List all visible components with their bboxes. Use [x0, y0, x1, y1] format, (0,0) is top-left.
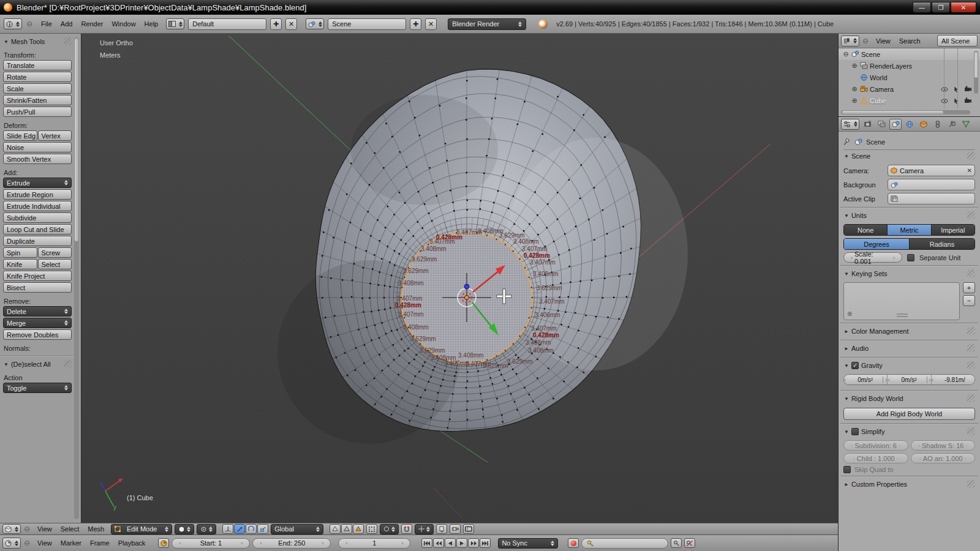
toolshelf-scrollbar[interactable]: [74, 37, 79, 519]
add-layout-button[interactable]: ✚: [270, 18, 282, 30]
panel-grip[interactable]: [64, 37, 72, 45]
expander-plus-icon[interactable]: ⊕: [851, 97, 858, 105]
frame-start-field[interactable]: ‹Start: 1›: [172, 538, 250, 549]
tool-push-pull[interactable]: Push/Pull: [3, 107, 72, 117]
degrees-button[interactable]: Degrees: [844, 239, 910, 249]
transform-orientation-select[interactable]: Global: [271, 524, 323, 534]
editor-type-button-3dview[interactable]: [2, 524, 21, 534]
outliner-row-world[interactable]: World: [839, 72, 980, 83]
mode-select[interactable]: Edit Mode: [111, 524, 172, 534]
editor-type-button-info[interactable]: [4, 18, 22, 29]
panel-grip[interactable]: [967, 394, 975, 402]
outliner-menu-search[interactable]: Search: [895, 36, 925, 47]
scene-panel-header[interactable]: ▼Scene: [843, 150, 975, 162]
radians-button[interactable]: Radians: [910, 239, 974, 249]
background-scene-field[interactable]: [888, 179, 975, 190]
tool-rotate[interactable]: Rotate: [3, 72, 72, 82]
render-restrict-icon[interactable]: [964, 86, 971, 92]
units-panel-header[interactable]: ▼Units: [843, 209, 975, 222]
keying-sets-list[interactable]: ⊕: [843, 282, 960, 320]
tool-translate[interactable]: Translate: [3, 60, 72, 70]
tool-select[interactable]: Select: [38, 259, 72, 269]
outliner-display-filter[interactable]: All Scene: [937, 35, 978, 47]
play-button[interactable]: [456, 538, 467, 548]
manipulator-toggle-button[interactable]: [222, 524, 233, 534]
color-management-panel-header[interactable]: ►Color Management: [843, 325, 975, 337]
proportional-edit-select[interactable]: [380, 524, 399, 534]
delete-layout-button[interactable]: ✕: [285, 18, 297, 30]
simplify-subdivision-field[interactable]: ‹Subdivision: 6›: [843, 440, 908, 451]
minimize-button[interactable]: —: [913, 2, 931, 13]
snap-element-select[interactable]: [415, 524, 434, 534]
timeline-menu-playback[interactable]: Playback: [114, 538, 150, 549]
edge-select-mode-button[interactable]: [341, 524, 352, 534]
prev-keyframe-button[interactable]: [433, 538, 444, 548]
mesh-object[interactable]: [277, 69, 688, 444]
panel-grip[interactable]: [967, 152, 975, 160]
outliner-row-cube[interactable]: ⊕Cube: [839, 95, 980, 107]
select-arrow-icon[interactable]: [953, 86, 959, 93]
pivot-point-select[interactable]: [197, 524, 216, 534]
tool-scale[interactable]: Scale: [3, 83, 72, 94]
jump-to-end-button[interactable]: [480, 538, 491, 548]
tab-render-layers[interactable]: [875, 119, 888, 130]
outliner-vscrollbar[interactable]: [974, 51, 978, 94]
3d-viewport[interactable]: User Ortho Meters 3.407mm3.408mm3.629mm3…: [81, 34, 838, 523]
tab-world[interactable]: [903, 119, 916, 130]
tool-subdivide[interactable]: Subdivide: [3, 212, 72, 223]
tab-scene[interactable]: [889, 119, 902, 130]
unit-none-button[interactable]: None: [844, 225, 888, 235]
auto-keyframe-button[interactable]: [568, 538, 579, 548]
eye-icon[interactable]: [941, 86, 948, 93]
gravity-checkbox[interactable]: ✓: [851, 362, 859, 369]
panel-grip[interactable]: [967, 361, 975, 369]
delete-keyframe-button[interactable]: [684, 538, 695, 548]
eye-icon[interactable]: [941, 97, 948, 105]
unit-imperial-button[interactable]: Imperial: [932, 225, 974, 235]
tool-knife-project[interactable]: Knife Project: [3, 271, 72, 281]
simplify-child-field[interactable]: ‹Child : 1.000›: [843, 453, 908, 463]
current-frame-field[interactable]: ‹1›: [338, 538, 410, 549]
copy-pose-button[interactable]: [436, 524, 447, 534]
tool-shrink-fatten[interactable]: Shrink/Fatten: [3, 95, 72, 105]
keying-set-remove-button[interactable]: −: [963, 295, 975, 306]
3d-viewport-canvas[interactable]: [81, 34, 838, 523]
viewport-shading-select[interactable]: [175, 524, 194, 534]
tool-vertex[interactable]: Vertex: [38, 130, 72, 141]
use-preview-range-button[interactable]: [158, 538, 169, 548]
expander-plus-icon[interactable]: ⊕: [851, 85, 858, 93]
restore-button[interactable]: ❐: [932, 2, 950, 13]
list-resize-grip[interactable]: [897, 313, 908, 317]
custom-properties-panel-header[interactable]: ►Custom Properties: [843, 478, 975, 490]
tool-extrude[interactable]: Extrude: [3, 178, 72, 188]
timeline-menu-frame[interactable]: Frame: [86, 538, 114, 549]
panel-grip[interactable]: [967, 269, 975, 277]
keying-set-field[interactable]: [581, 538, 668, 549]
translate-manipulator-button[interactable]: [234, 524, 245, 534]
collapse-menus-icon[interactable]: ⊖: [24, 539, 30, 547]
simplify-ao-field[interactable]: ‹AO an: 1.000›: [911, 453, 976, 463]
tool-noise[interactable]: Noise: [3, 142, 72, 152]
keying-set-add-button[interactable]: +: [963, 282, 975, 293]
jump-to-start-button[interactable]: [421, 538, 432, 548]
timeline-menu-view[interactable]: View: [33, 538, 56, 549]
gravity-panel-header[interactable]: ▼✓Gravity: [843, 359, 975, 372]
rigid-body-world-panel-header[interactable]: ▼Rigid Body World: [843, 392, 975, 405]
3dview-menu-mesh[interactable]: Mesh: [83, 523, 108, 534]
tab-object-data[interactable]: [960, 119, 972, 130]
tool-loop-cut-and-slide[interactable]: Loop Cut and Slide: [3, 224, 72, 234]
main-menu-help[interactable]: Help: [140, 18, 163, 29]
collapse-menus-icon[interactable]: ⊖: [26, 20, 32, 28]
tool-smooth-vertex[interactable]: Smooth Vertex: [3, 154, 72, 164]
render-opengl-button[interactable]: [450, 524, 461, 534]
tab-render[interactable]: [861, 119, 873, 130]
insert-keyframe-button[interactable]: [671, 538, 682, 548]
tool-duplicate[interactable]: Duplicate: [3, 236, 72, 246]
render-restrict-icon[interactable]: [964, 97, 971, 104]
editor-type-button-timeline[interactable]: [2, 538, 21, 549]
expander-minus-icon[interactable]: ⊖: [842, 50, 850, 58]
gravity-y-field[interactable]: ‹ 0m/s² ›: [888, 375, 931, 384]
outliner-menu-view[interactable]: View: [872, 36, 895, 47]
panel-grip[interactable]: [64, 360, 72, 368]
mesh-tools-panel-header[interactable]: ▼ Mesh Tools: [3, 36, 72, 48]
